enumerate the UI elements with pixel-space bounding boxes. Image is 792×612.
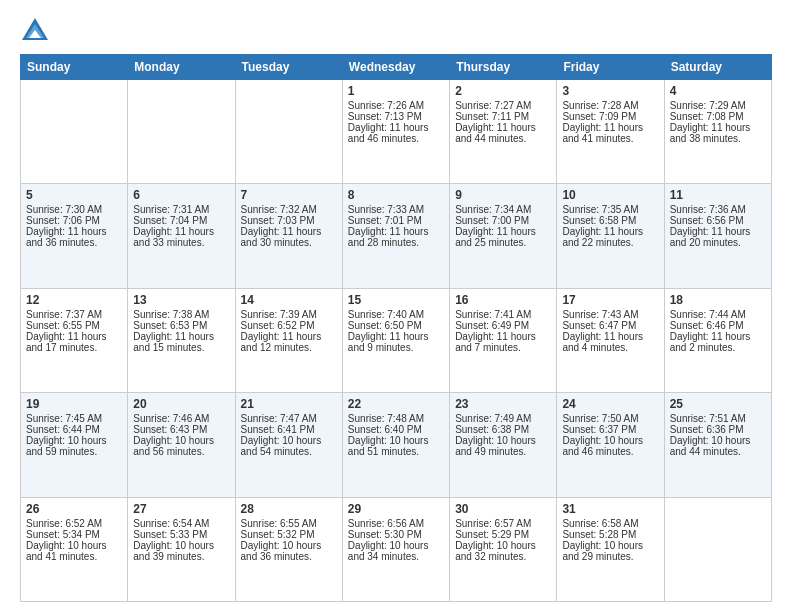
daylight-text: Daylight: 11 hours and 20 minutes. bbox=[670, 226, 766, 248]
sunset-text: Sunset: 6:46 PM bbox=[670, 320, 766, 331]
daylight-text: Daylight: 10 hours and 51 minutes. bbox=[348, 435, 444, 457]
sunrise-text: Sunrise: 7:35 AM bbox=[562, 204, 658, 215]
day-number: 25 bbox=[670, 397, 766, 411]
daylight-text: Daylight: 10 hours and 44 minutes. bbox=[670, 435, 766, 457]
calendar-week-row: 26Sunrise: 6:52 AMSunset: 5:34 PMDayligh… bbox=[21, 497, 772, 601]
day-number: 3 bbox=[562, 84, 658, 98]
sunset-text: Sunset: 6:52 PM bbox=[241, 320, 337, 331]
sunrise-text: Sunrise: 7:37 AM bbox=[26, 309, 122, 320]
daylight-text: Daylight: 10 hours and 29 minutes. bbox=[562, 540, 658, 562]
day-number: 4 bbox=[670, 84, 766, 98]
calendar-cell: 22Sunrise: 7:48 AMSunset: 6:40 PMDayligh… bbox=[342, 393, 449, 497]
calendar-day-header: Saturday bbox=[664, 55, 771, 80]
day-number: 28 bbox=[241, 502, 337, 516]
sunset-text: Sunset: 6:50 PM bbox=[348, 320, 444, 331]
sunrise-text: Sunrise: 7:30 AM bbox=[26, 204, 122, 215]
calendar-day-header: Friday bbox=[557, 55, 664, 80]
calendar-cell: 14Sunrise: 7:39 AMSunset: 6:52 PMDayligh… bbox=[235, 288, 342, 392]
day-number: 6 bbox=[133, 188, 229, 202]
daylight-text: Daylight: 11 hours and 9 minutes. bbox=[348, 331, 444, 353]
sunrise-text: Sunrise: 6:52 AM bbox=[26, 518, 122, 529]
calendar-day-header: Sunday bbox=[21, 55, 128, 80]
calendar-day-header: Wednesday bbox=[342, 55, 449, 80]
calendar-table: SundayMondayTuesdayWednesdayThursdayFrid… bbox=[20, 54, 772, 602]
calendar-cell: 6Sunrise: 7:31 AMSunset: 7:04 PMDaylight… bbox=[128, 184, 235, 288]
sunset-text: Sunset: 7:04 PM bbox=[133, 215, 229, 226]
calendar-cell: 16Sunrise: 7:41 AMSunset: 6:49 PMDayligh… bbox=[450, 288, 557, 392]
calendar-cell: 12Sunrise: 7:37 AMSunset: 6:55 PMDayligh… bbox=[21, 288, 128, 392]
daylight-text: Daylight: 10 hours and 56 minutes. bbox=[133, 435, 229, 457]
daylight-text: Daylight: 11 hours and 25 minutes. bbox=[455, 226, 551, 248]
day-number: 23 bbox=[455, 397, 551, 411]
calendar-cell: 18Sunrise: 7:44 AMSunset: 6:46 PMDayligh… bbox=[664, 288, 771, 392]
calendar-day-header: Monday bbox=[128, 55, 235, 80]
calendar-week-row: 1Sunrise: 7:26 AMSunset: 7:13 PMDaylight… bbox=[21, 80, 772, 184]
day-number: 9 bbox=[455, 188, 551, 202]
sunrise-text: Sunrise: 7:26 AM bbox=[348, 100, 444, 111]
sunset-text: Sunset: 6:49 PM bbox=[455, 320, 551, 331]
sunset-text: Sunset: 7:09 PM bbox=[562, 111, 658, 122]
header bbox=[20, 16, 772, 46]
calendar-week-row: 19Sunrise: 7:45 AMSunset: 6:44 PMDayligh… bbox=[21, 393, 772, 497]
sunset-text: Sunset: 6:36 PM bbox=[670, 424, 766, 435]
calendar-cell: 29Sunrise: 6:56 AMSunset: 5:30 PMDayligh… bbox=[342, 497, 449, 601]
sunrise-text: Sunrise: 7:28 AM bbox=[562, 100, 658, 111]
sunset-text: Sunset: 6:53 PM bbox=[133, 320, 229, 331]
sunset-text: Sunset: 5:29 PM bbox=[455, 529, 551, 540]
sunset-text: Sunset: 6:38 PM bbox=[455, 424, 551, 435]
daylight-text: Daylight: 10 hours and 49 minutes. bbox=[455, 435, 551, 457]
daylight-text: Daylight: 11 hours and 41 minutes. bbox=[562, 122, 658, 144]
calendar-cell: 23Sunrise: 7:49 AMSunset: 6:38 PMDayligh… bbox=[450, 393, 557, 497]
day-number: 26 bbox=[26, 502, 122, 516]
day-number: 24 bbox=[562, 397, 658, 411]
daylight-text: Daylight: 11 hours and 30 minutes. bbox=[241, 226, 337, 248]
calendar-week-row: 5Sunrise: 7:30 AMSunset: 7:06 PMDaylight… bbox=[21, 184, 772, 288]
sunrise-text: Sunrise: 7:43 AM bbox=[562, 309, 658, 320]
daylight-text: Daylight: 11 hours and 12 minutes. bbox=[241, 331, 337, 353]
day-number: 12 bbox=[26, 293, 122, 307]
sunrise-text: Sunrise: 7:51 AM bbox=[670, 413, 766, 424]
calendar-cell: 20Sunrise: 7:46 AMSunset: 6:43 PMDayligh… bbox=[128, 393, 235, 497]
sunset-text: Sunset: 5:32 PM bbox=[241, 529, 337, 540]
sunrise-text: Sunrise: 6:57 AM bbox=[455, 518, 551, 529]
sunrise-text: Sunrise: 7:44 AM bbox=[670, 309, 766, 320]
day-number: 19 bbox=[26, 397, 122, 411]
sunset-text: Sunset: 7:08 PM bbox=[670, 111, 766, 122]
sunset-text: Sunset: 7:13 PM bbox=[348, 111, 444, 122]
sunset-text: Sunset: 7:06 PM bbox=[26, 215, 122, 226]
calendar-cell: 10Sunrise: 7:35 AMSunset: 6:58 PMDayligh… bbox=[557, 184, 664, 288]
daylight-text: Daylight: 11 hours and 33 minutes. bbox=[133, 226, 229, 248]
calendar-cell: 24Sunrise: 7:50 AMSunset: 6:37 PMDayligh… bbox=[557, 393, 664, 497]
day-number: 16 bbox=[455, 293, 551, 307]
day-number: 30 bbox=[455, 502, 551, 516]
sunrise-text: Sunrise: 7:45 AM bbox=[26, 413, 122, 424]
day-number: 14 bbox=[241, 293, 337, 307]
sunset-text: Sunset: 6:44 PM bbox=[26, 424, 122, 435]
sunrise-text: Sunrise: 7:40 AM bbox=[348, 309, 444, 320]
sunrise-text: Sunrise: 7:50 AM bbox=[562, 413, 658, 424]
day-number: 8 bbox=[348, 188, 444, 202]
sunset-text: Sunset: 6:37 PM bbox=[562, 424, 658, 435]
calendar-cell: 28Sunrise: 6:55 AMSunset: 5:32 PMDayligh… bbox=[235, 497, 342, 601]
daylight-text: Daylight: 10 hours and 39 minutes. bbox=[133, 540, 229, 562]
calendar-cell: 13Sunrise: 7:38 AMSunset: 6:53 PMDayligh… bbox=[128, 288, 235, 392]
day-number: 18 bbox=[670, 293, 766, 307]
daylight-text: Daylight: 11 hours and 15 minutes. bbox=[133, 331, 229, 353]
day-number: 15 bbox=[348, 293, 444, 307]
sunrise-text: Sunrise: 7:29 AM bbox=[670, 100, 766, 111]
sunrise-text: Sunrise: 7:46 AM bbox=[133, 413, 229, 424]
sunset-text: Sunset: 5:34 PM bbox=[26, 529, 122, 540]
daylight-text: Daylight: 11 hours and 38 minutes. bbox=[670, 122, 766, 144]
sunset-text: Sunset: 7:11 PM bbox=[455, 111, 551, 122]
calendar-cell: 31Sunrise: 6:58 AMSunset: 5:28 PMDayligh… bbox=[557, 497, 664, 601]
sunrise-text: Sunrise: 6:58 AM bbox=[562, 518, 658, 529]
calendar-cell: 21Sunrise: 7:47 AMSunset: 6:41 PMDayligh… bbox=[235, 393, 342, 497]
sunrise-text: Sunrise: 6:56 AM bbox=[348, 518, 444, 529]
day-number: 7 bbox=[241, 188, 337, 202]
day-number: 17 bbox=[562, 293, 658, 307]
sunrise-text: Sunrise: 7:38 AM bbox=[133, 309, 229, 320]
daylight-text: Daylight: 10 hours and 34 minutes. bbox=[348, 540, 444, 562]
day-number: 27 bbox=[133, 502, 229, 516]
calendar-header-row: SundayMondayTuesdayWednesdayThursdayFrid… bbox=[21, 55, 772, 80]
calendar-cell bbox=[664, 497, 771, 601]
